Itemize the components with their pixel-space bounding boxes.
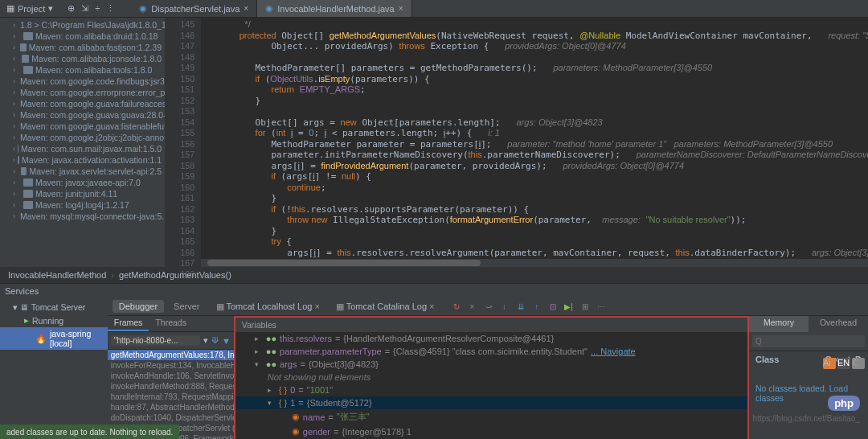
tree-item[interactable]: › 1.8 > C:\Program Files\Java\jdk1.8.0_1… [0, 19, 165, 31]
tree-item[interactable]: › Maven: mysql:mysql-connector-java:5.1.… [0, 211, 165, 222]
code-editor[interactable]: */ protected Object[] getMethodArgumentV… [201, 18, 868, 267]
variable-row[interactable]: ▾ ●● args = {Object[3]@4823} [235, 358, 747, 371]
force-step-icon[interactable]: ⇊ [515, 301, 526, 312]
variable-row[interactable]: ◉ gender = {Integer@5178} 1 [235, 425, 747, 438]
tree-item[interactable]: › Maven: com.google.guava:guava:28.0-jre [0, 109, 165, 121]
tree-item[interactable]: › Maven: com.alibaba:tools:1.8.0 [0, 64, 165, 76]
tree-item[interactable]: › Maven: com.sun.mail:javax.mail:1.5.0 [0, 143, 165, 154]
variables-header: Variables [235, 318, 747, 332]
tree-item[interactable]: › Maven: log4j:log4j:1.2.17 [0, 199, 165, 211]
tree-item[interactable]: › Maven: com.google.code.findbugs:jsr305… [0, 76, 165, 87]
breadcrumb[interactable]: InvocableHandlerMethod›getMethodArgument… [0, 267, 868, 283]
java-icon: ◉ [139, 3, 147, 14]
more-icon[interactable]: ⋯ [596, 301, 607, 312]
service-item[interactable]: 🔥 java-spring [local] [0, 327, 108, 350]
csdn-watermark: https://blog.csdn.net/Baisitao_ [753, 414, 860, 423]
frame-item[interactable]: getMethodArgumentValues:178, Invoca [108, 350, 234, 360]
step-over-icon[interactable]: ⤻ [483, 301, 494, 312]
tab-dispatcher[interactable]: ◉DispatcherServlet.java × [131, 0, 257, 17]
variable-row[interactable]: ▸ ●● this.resolvers = {HandlerMethodArgu… [235, 332, 747, 345]
frame-item[interactable]: invokeHandlerMethod:888, RequestMa [108, 381, 234, 392]
frame-item[interactable]: invokeAndHandle:106, ServletInvocabl [108, 371, 234, 381]
step-icon[interactable]: × [467, 301, 478, 312]
tab-invocable[interactable]: ◉InvocableHandlerMethod.java × [257, 0, 411, 17]
funnel-icon[interactable]: ▼ [222, 336, 231, 346]
tab-debugger[interactable]: Debugger [113, 300, 164, 313]
tab-localhost-log[interactable]: ▦ Tomcat Localhost Log × [210, 300, 326, 314]
line-gutter: 1451461471481491501511521531541551561571… [165, 18, 201, 267]
variable-row[interactable]: ▸ ●● parameter.parameterType = {Class@45… [235, 345, 747, 358]
php-watermark: php [828, 396, 860, 411]
frame-item[interactable]: doDispatch:1040, DispatcherServlet (org [108, 412, 234, 423]
frames-tab[interactable]: Frames [108, 316, 149, 331]
frame-item[interactable]: handleInternal:793, RequestMappingHa [108, 392, 234, 402]
tree-item[interactable]: › Maven: javax.servlet:servlet-api:2.5 [0, 166, 165, 177]
expand-icon[interactable]: ⇲ [81, 3, 88, 14]
tree-item[interactable]: › Maven: junit:junit:4.11 [0, 188, 165, 199]
java-icon: ◉ [265, 3, 273, 14]
horizontal-scrollbar[interactable] [201, 259, 868, 267]
tree-item[interactable]: › Maven: javax.activation:activation:1.1 [0, 154, 165, 166]
settings-icon[interactable]: ⋮ [106, 3, 115, 14]
service-item[interactable]: ▸ Running [0, 314, 108, 327]
code-content: */ protected Object[] getMethodArgumentV… [201, 18, 868, 258]
services-header[interactable]: Services [0, 283, 868, 297]
thread-dropdown[interactable]: "http-nio-8080-e... [111, 335, 200, 346]
tree-item[interactable]: › Maven: com.alibaba:fastjson:1.2.39 [0, 42, 165, 53]
tab-catalina-log[interactable]: ▦ Tomcat Catalina Log × [330, 300, 441, 314]
frame-item[interactable]: invokeForRequest:134, InvocableHandl [108, 360, 234, 371]
memory-tab[interactable]: Memory [749, 316, 809, 332]
tree-item[interactable]: › Maven: com.google.j2objc:j2objc-annota… [0, 132, 165, 143]
overhead-tab[interactable]: Overhead [809, 316, 868, 332]
variables-list[interactable]: ▸ ●● this.resolvers = {HandlerMethodArgu… [235, 332, 747, 439]
filter-icon[interactable]: ⟱ [211, 335, 219, 346]
variables-panel: Variables ▸ ●● this.resolvers = {Handler… [234, 316, 747, 439]
tree-item[interactable]: › Maven: com.alibaba:druid:1.0.18 [0, 31, 165, 42]
chevron-down-icon[interactable]: ▾ [203, 335, 208, 346]
top-toolbar: ⊕ ⇲ ÷ ⋮ [68, 3, 115, 14]
editor-tabs: ◉DispatcherServlet.java × ◉InvocableHand… [131, 0, 411, 17]
variable-row[interactable]: ▸ { } 0 = "1001" [235, 384, 747, 396]
tree-item[interactable]: › Maven: com.google.errorprone:error_pro… [0, 87, 165, 98]
project-label[interactable]: ▦ Project ▾ [0, 3, 59, 14]
tree-item[interactable]: › Maven: com.google.guava:listenablefutu… [0, 121, 165, 132]
status-bar: aded classes are up to date. Nothing to … [0, 425, 179, 439]
stop-icon[interactable]: ↻ [451, 301, 462, 312]
evaluate-icon[interactable]: ⊞ [579, 301, 591, 312]
variable-row[interactable]: ▾ { } 1 = {Student@5172} [235, 396, 747, 409]
tree-item[interactable]: › Maven: com.google.guava:failureaccess:… [0, 98, 165, 109]
services-tree[interactable]: ▾ 🖥 Tomcat Server▸ Running🔥 java-spring … [0, 297, 108, 439]
target-icon[interactable]: ⊕ [68, 3, 75, 14]
run-cursor-icon[interactable]: ▶| [563, 301, 575, 312]
service-item[interactable]: ▾ 🖥 Tomcat Server [0, 301, 108, 314]
variable-row[interactable]: ◉ name = "张三丰" [235, 409, 747, 425]
tree-item[interactable]: › Maven: javax:javaee-api:7.0 [0, 177, 165, 188]
step-into-icon[interactable]: ↓ [499, 301, 510, 312]
collapse-icon[interactable]: ÷ [95, 3, 100, 14]
step-out-icon[interactable]: ↑ [531, 301, 542, 312]
tree-item[interactable]: › Maven: com.alibaba:jconsole:1.8.0 [0, 53, 165, 64]
frame-item[interactable]: handle:87, AbstractHandlerMethodAda [108, 402, 234, 412]
memory-empty[interactable]: No classes loaded. Load classes [749, 367, 868, 419]
drop-frame-icon[interactable]: ⊡ [547, 301, 559, 312]
project-tree[interactable]: › 1.8 > C:\Program Files\Java\jdk1.8.0_1… [0, 18, 165, 267]
debugger-tabs: Debugger Server ▦ Tomcat Localhost Log ×… [108, 297, 868, 316]
threads-tab[interactable]: Threads [149, 316, 193, 331]
title-bar: ▦ Project ▾ ⊕ ⇲ ÷ ⋮ ◉DispatcherServlet.j… [0, 0, 868, 18]
close-icon[interactable]: × [244, 4, 248, 13]
frames-panel: Frames Threads "http-nio-8080-e... ▾ ⟱ ▼… [108, 316, 234, 439]
memory-search[interactable] [752, 335, 865, 347]
variable-row[interactable]: Not showing null elements [235, 371, 747, 384]
close-icon[interactable]: × [399, 4, 403, 13]
tab-server[interactable]: Server [167, 300, 206, 313]
notification-icons[interactable]: AiEN☾ [823, 358, 865, 369]
